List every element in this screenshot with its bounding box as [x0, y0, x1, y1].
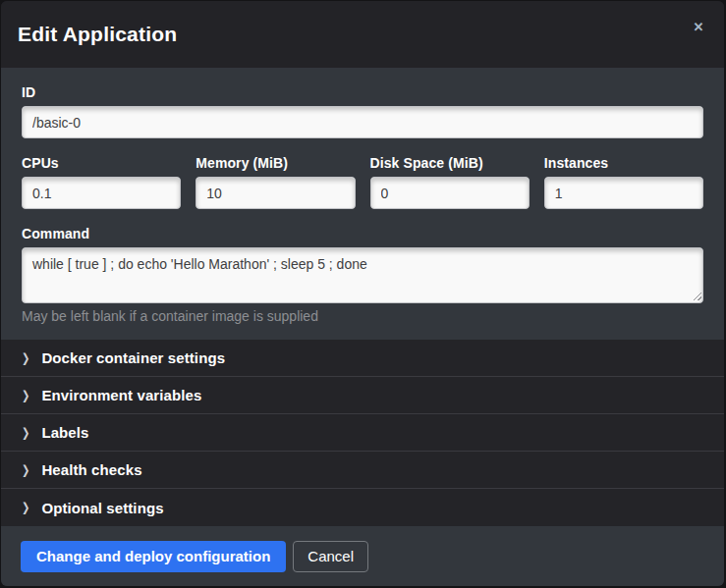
instances-label: Instances [544, 155, 703, 171]
id-input[interactable] [22, 106, 703, 138]
id-label: ID [22, 84, 703, 100]
chevron-right-icon: ❯ [22, 426, 29, 439]
section-environment-variables[interactable]: ❯ Environment variables [1, 377, 724, 414]
section-label: Docker container settings [41, 349, 225, 366]
edit-application-modal: Edit Application ✕ ID CPUs Memory (MiB) … [1, 1, 724, 586]
cpus-input[interactable] [22, 177, 181, 209]
id-field-group: ID [22, 84, 703, 138]
disk-space-label: Disk Space (MiB) [370, 155, 530, 171]
memory-label: Memory (MiB) [195, 155, 355, 171]
section-label: Environment variables [41, 387, 201, 403]
cancel-button[interactable]: Cancel [293, 541, 368, 572]
command-field-group: Command while [ true ] ; do echo 'Hello … [22, 226, 703, 340]
disk-space-field-group: Disk Space (MiB) [370, 155, 530, 209]
section-label: Labels [41, 424, 88, 441]
accordion-sections: ❯ Docker container settings ❯ Environmen… [1, 340, 724, 526]
section-label: Optional settings [41, 500, 163, 516]
modal-footer: Change and deploy configuration Cancel [1, 526, 724, 586]
cpus-field-group: CPUs [22, 155, 181, 209]
application-form: ID CPUs Memory (MiB) Disk Space (MiB) In… [1, 68, 724, 340]
modal-header: Edit Application ✕ [1, 1, 724, 68]
section-docker-container-settings[interactable]: ❯ Docker container settings [1, 340, 724, 377]
chevron-right-icon: ❯ [22, 351, 29, 364]
command-help-text: May be left blank if a container image i… [22, 308, 703, 340]
chevron-right-icon: ❯ [22, 389, 29, 401]
chevron-right-icon: ❯ [22, 502, 29, 514]
command-textarea[interactable]: while [ true ] ; do echo 'Hello Marathon… [22, 247, 703, 303]
page-title: Edit Application [18, 23, 177, 46]
command-label: Command [22, 226, 703, 241]
section-label: Health checks [41, 461, 141, 478]
command-textarea-wrap: while [ true ] ; do echo 'Hello Marathon… [22, 247, 703, 303]
instances-input[interactable] [544, 177, 703, 209]
instances-field-group: Instances [544, 155, 703, 209]
section-health-checks[interactable]: ❯ Health checks [1, 452, 724, 489]
section-labels[interactable]: ❯ Labels [1, 414, 724, 452]
close-icon[interactable]: ✕ [689, 18, 708, 37]
memory-field-group: Memory (MiB) [195, 155, 355, 209]
chevron-right-icon: ❯ [22, 463, 29, 476]
memory-input[interactable] [195, 177, 355, 209]
resource-fields-row: CPUs Memory (MiB) Disk Space (MiB) Insta… [22, 155, 703, 209]
change-and-deploy-button[interactable]: Change and deploy configuration [21, 541, 286, 572]
cpus-label: CPUs [22, 155, 181, 171]
disk-space-input[interactable] [370, 177, 530, 209]
section-optional-settings[interactable]: ❯ Optional settings [1, 489, 724, 526]
